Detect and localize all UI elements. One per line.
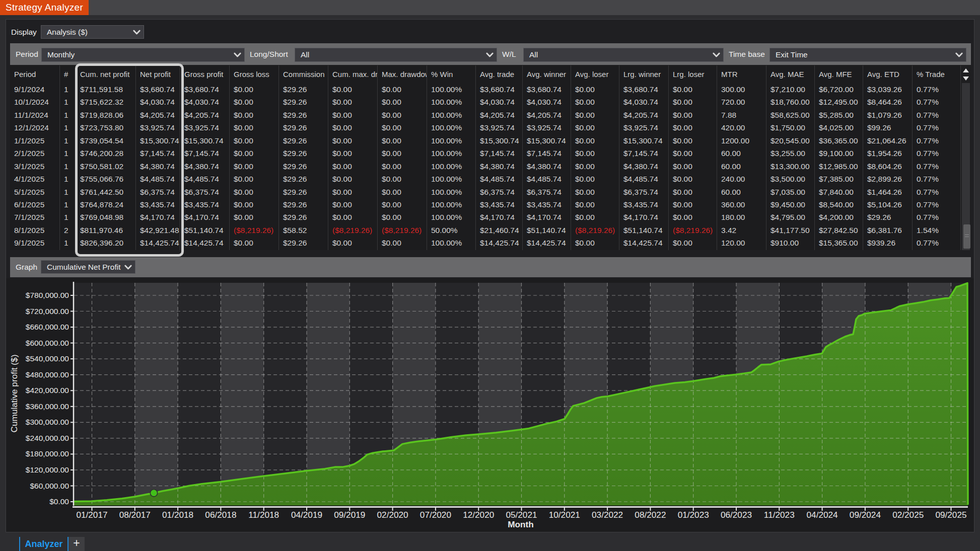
- svg-text:05/2021: 05/2021: [506, 510, 537, 520]
- svg-text:03/2022: 03/2022: [592, 510, 623, 520]
- svg-text:$540,000.00: $540,000.00: [26, 354, 69, 363]
- svg-text:$0.00: $0.00: [49, 497, 69, 506]
- svg-text:01/2023: 01/2023: [678, 510, 709, 520]
- svg-text:Month: Month: [508, 519, 534, 529]
- svg-text:09/2025: 09/2025: [935, 510, 966, 520]
- svg-text:06/2023: 06/2023: [721, 510, 752, 520]
- svg-text:$180,000.00: $180,000.00: [26, 449, 69, 458]
- svg-text:12/2020: 12/2020: [463, 510, 494, 520]
- svg-text:08/2022: 08/2022: [635, 510, 666, 520]
- svg-text:04/2024: 04/2024: [807, 510, 838, 520]
- svg-text:$240,000.00: $240,000.00: [26, 434, 69, 442]
- svg-text:Cumulative profit ($): Cumulative profit ($): [9, 355, 19, 433]
- svg-text:$480,000.00: $480,000.00: [26, 370, 69, 379]
- svg-text:02/2025: 02/2025: [892, 510, 924, 520]
- svg-text:01/2017: 01/2017: [76, 510, 107, 520]
- svg-text:04/2019: 04/2019: [291, 510, 322, 520]
- svg-text:09/2024: 09/2024: [850, 510, 881, 520]
- svg-text:$300,000.00: $300,000.00: [26, 418, 69, 426]
- svg-text:$60,000.00: $60,000.00: [30, 482, 69, 490]
- svg-text:$120,000.00: $120,000.00: [26, 465, 69, 474]
- svg-text:$420,000.00: $420,000.00: [26, 386, 69, 395]
- svg-text:07/2020: 07/2020: [420, 510, 451, 520]
- svg-text:09/2019: 09/2019: [334, 510, 365, 520]
- svg-text:$660,000.00: $660,000.00: [26, 323, 69, 331]
- svg-text:$600,000.00: $600,000.00: [26, 339, 69, 347]
- svg-text:$360,000.00: $360,000.00: [26, 402, 69, 411]
- svg-text:06/2018: 06/2018: [205, 510, 236, 520]
- svg-text:$780,000.00: $780,000.00: [26, 291, 69, 299]
- svg-text:11/2023: 11/2023: [764, 510, 795, 520]
- svg-text:10/2021: 10/2021: [549, 510, 580, 520]
- svg-text:11/2018: 11/2018: [248, 510, 279, 520]
- svg-text:$720,000.00: $720,000.00: [26, 307, 69, 316]
- svg-text:01/2018: 01/2018: [162, 510, 193, 520]
- svg-text:08/2017: 08/2017: [119, 510, 151, 520]
- svg-text:02/2020: 02/2020: [377, 510, 408, 520]
